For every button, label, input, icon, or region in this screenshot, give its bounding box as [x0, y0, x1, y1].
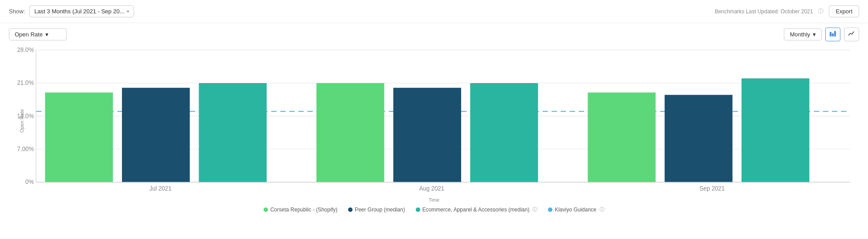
- page-wrapper: Show: Last 3 Months (Jul 2021 - Sep 20..…: [0, 0, 868, 239]
- bar-chart-icon: [829, 30, 836, 37]
- bar-jul-corseta: [45, 92, 113, 182]
- top-right: Benchmarks Last Updated: October 2021 ⓘ …: [715, 5, 859, 17]
- legend: Corseta Republic - (Shopify) Peer Group …: [9, 203, 859, 215]
- bar-aug-corseta: [316, 83, 384, 182]
- svg-text:Jul 2021: Jul 2021: [149, 185, 171, 192]
- bar-jul-ecommerce: [199, 83, 267, 182]
- corseta-dot: [264, 207, 268, 212]
- chevron-down-icon: ▾: [127, 9, 129, 14]
- bar-sep-peer: [665, 95, 732, 183]
- bar-aug-peer: [393, 88, 461, 183]
- export-button[interactable]: Export: [829, 5, 859, 17]
- y-axis-label: Open Rate: [19, 109, 24, 132]
- benchmarks-text: Benchmarks Last Updated: October 2021: [715, 8, 813, 15]
- show-section: Show: Last 3 Months (Jul 2021 - Sep 20..…: [9, 5, 134, 17]
- svg-text:Aug 2021: Aug 2021: [419, 185, 445, 192]
- bar-chart-button[interactable]: [825, 28, 840, 41]
- ecommerce-info-icon: ⓘ: [532, 206, 537, 213]
- peer-dot: [348, 207, 353, 212]
- svg-text:0%: 0%: [25, 179, 34, 185]
- show-label: Show:: [9, 8, 25, 15]
- bar-sep-ecommerce: [742, 78, 809, 182]
- metric-chevron-icon: ▾: [45, 31, 49, 38]
- x-axis-label: Time: [9, 197, 859, 203]
- chart-wrapper: Open Rate 28.0% 21.0% 14.0% 7.00% 0%: [0, 45, 868, 239]
- chart-controls: Open Rate ▾ Monthly ▾: [0, 23, 868, 45]
- info-icon: ⓘ: [818, 8, 823, 15]
- svg-text:28.0%: 28.0%: [17, 47, 33, 53]
- svg-rect-2: [834, 31, 836, 36]
- metric-label: Open Rate: [15, 31, 43, 38]
- svg-text:7.00%: 7.00%: [17, 146, 33, 152]
- legend-item-klaviyo: Klaviyo Guidance ⓘ: [548, 206, 604, 213]
- monthly-dropdown[interactable]: Monthly ▾: [784, 28, 822, 40]
- legend-item-corseta: Corseta Republic - (Shopify): [264, 207, 337, 213]
- klaviyo-label: Klaviyo Guidance: [555, 207, 596, 213]
- metric-dropdown[interactable]: Open Rate ▾: [9, 28, 67, 40]
- legend-item-peer: Peer Group (median): [348, 207, 405, 213]
- line-chart-button[interactable]: [844, 28, 859, 41]
- bar-aug-ecommerce: [470, 83, 538, 182]
- chart-container: Open Rate 28.0% 21.0% 14.0% 7.00% 0%: [9, 45, 859, 196]
- ecommerce-dot: [416, 207, 420, 212]
- svg-rect-0: [830, 32, 831, 36]
- monthly-label: Monthly: [790, 31, 810, 38]
- chart-svg: 28.0% 21.0% 14.0% 7.00% 0% Jul 2021: [9, 45, 859, 196]
- klaviyo-dot: [548, 207, 552, 212]
- svg-text:Sep 2021: Sep 2021: [700, 185, 725, 192]
- date-range-dropdown[interactable]: Last 3 Months (Jul 2021 - Sep 20... ▾: [29, 5, 134, 17]
- legend-item-ecommerce: Ecommerce, Apparel & Accessories (median…: [416, 206, 538, 213]
- right-controls: Monthly ▾: [784, 28, 859, 41]
- klaviyo-info-icon: ⓘ: [600, 206, 604, 213]
- svg-rect-1: [832, 33, 834, 36]
- date-range-value: Last 3 Months (Jul 2021 - Sep 20...: [34, 8, 124, 15]
- bar-sep-corseta: [588, 92, 655, 182]
- ecommerce-label: Ecommerce, Apparel & Accessories (median…: [422, 207, 530, 213]
- monthly-chevron-icon: ▾: [813, 31, 816, 38]
- corseta-label: Corseta Republic - (Shopify): [270, 207, 337, 213]
- bar-jul-peer: [122, 88, 190, 183]
- svg-text:21.0%: 21.0%: [17, 80, 33, 86]
- peer-label: Peer Group (median): [355, 207, 405, 213]
- line-chart-icon: [848, 30, 855, 37]
- top-bar: Show: Last 3 Months (Jul 2021 - Sep 20..…: [0, 0, 868, 23]
